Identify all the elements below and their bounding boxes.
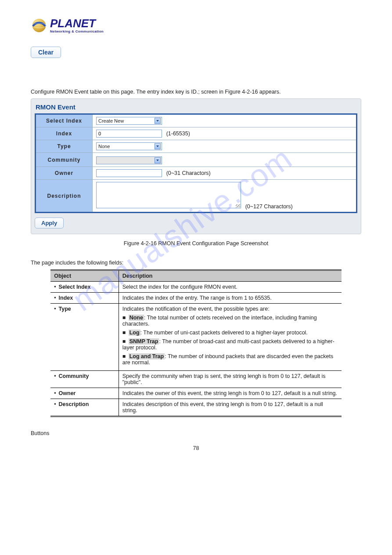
obj-index: Index (50, 293, 119, 304)
desc-index: Indicates the index of the entry. The ra… (119, 293, 342, 304)
chevron-down-icon (155, 118, 161, 124)
buttons-heading: Buttons (31, 430, 361, 436)
type-value: None (98, 144, 110, 149)
chevron-down-icon (155, 157, 161, 163)
obj-select-index: Select Index (50, 282, 119, 293)
rmon-event-panel: RMON Event Select Index Create New Index… (31, 98, 361, 234)
obj-type: Type (50, 304, 119, 371)
owner-input[interactable] (96, 169, 162, 177)
resize-handle-icon[interactable] (236, 204, 240, 209)
clear-button[interactable]: Clear (31, 47, 61, 58)
description-table: Object Description Select Index Select t… (50, 269, 342, 417)
globe-icon (31, 18, 47, 33)
desc-description: Indicates description of this event, the… (119, 399, 342, 417)
label-type: Type (36, 140, 93, 153)
desc-type: Indicates the notification of the event,… (119, 304, 342, 371)
lead-text: Configure RMON Event table on this page.… (31, 89, 361, 95)
select-index-dropdown[interactable]: Create New (96, 117, 162, 125)
type-dropdown[interactable]: None (96, 142, 162, 150)
th-description: Description (119, 270, 342, 282)
label-description: Description (36, 180, 93, 213)
description-textarea[interactable] (96, 182, 241, 208)
logo-brand: PLANET (50, 18, 104, 29)
chevron-down-icon (155, 143, 161, 149)
figure-caption: Figure 4-2-16 RMON Event Configuration P… (31, 240, 361, 247)
obj-description: Description (50, 399, 119, 417)
apply-button[interactable]: Apply (35, 218, 64, 229)
logo: PLANET Networking & Communication (31, 18, 361, 33)
label-select-index: Select Index (36, 114, 93, 127)
page-intro: The page includes the following fields: (31, 260, 361, 266)
description-hint: (0~127 Charactors) (245, 203, 293, 210)
page-number: 78 (31, 445, 361, 451)
label-community: Community (36, 153, 93, 167)
index-hint: (1-65535) (166, 131, 190, 137)
community-dropdown (96, 156, 162, 164)
label-owner: Owner (36, 167, 93, 180)
logo-tagline: Networking & Communication (50, 30, 104, 33)
th-object: Object (50, 270, 119, 282)
desc-community: Specify the community when trap is sent,… (119, 371, 342, 388)
obj-community: Community (50, 371, 119, 388)
obj-owner: Owner (50, 388, 119, 399)
panel-title: RMON Event (35, 102, 357, 113)
index-input[interactable] (96, 130, 162, 138)
desc-owner: Indicates the owner of this event, the s… (119, 388, 342, 399)
label-index: Index (36, 127, 93, 140)
rmon-form-table: Select Index Create New Index (1-65535) … (35, 113, 357, 213)
owner-hint: (0~31 Charactors) (166, 170, 211, 176)
desc-select-index: Select the index for the configure RMON … (119, 282, 342, 293)
select-index-value: Create New (98, 118, 124, 123)
